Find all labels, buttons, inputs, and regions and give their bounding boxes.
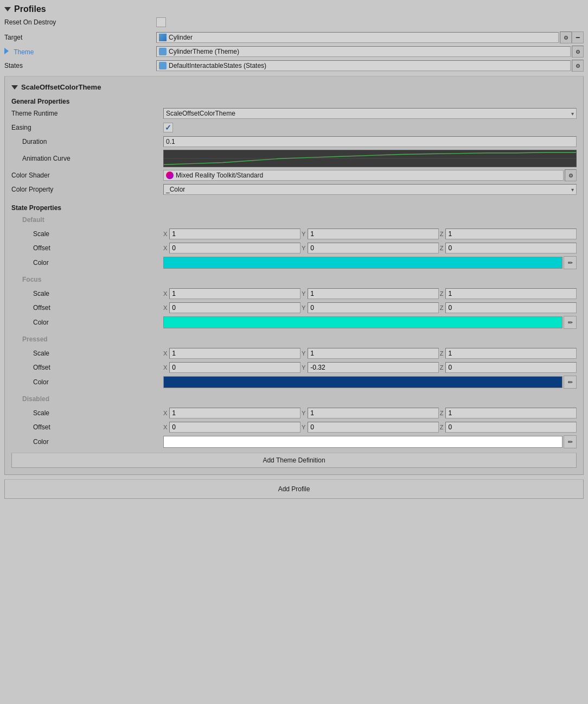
theme-text[interactable]: Theme bbox=[14, 48, 34, 56]
theme-field[interactable]: CylinderTheme (Theme) bbox=[156, 46, 571, 57]
default-offset-y-input[interactable] bbox=[308, 243, 439, 253]
profiles-header: Profiles bbox=[4, 4, 584, 14]
focus-offset-y-input[interactable] bbox=[308, 302, 439, 313]
default-color-row: Color ✏ bbox=[11, 256, 577, 269]
color-shader-value: Mixed Reality Toolkit/Standard bbox=[176, 172, 263, 179]
theme-runtime-row: Theme Runtime ScaleOffsetColorTheme ▾ bbox=[11, 107, 577, 119]
focus-offset-x-label: X bbox=[163, 305, 167, 311]
states-gear-button[interactable]: ⚙ bbox=[572, 60, 584, 72]
disabled-scale-y-input[interactable] bbox=[308, 408, 439, 418]
add-theme-definition-button[interactable]: Add Theme Definition bbox=[11, 453, 577, 468]
pressed-scale-y-label: Y bbox=[302, 350, 305, 357]
target-row: Target Cylinder ⚙ − bbox=[4, 31, 584, 43]
pressed-color-swatch[interactable] bbox=[163, 376, 563, 388]
pressed-offset-y-label: Y bbox=[302, 364, 305, 371]
target-minus-button[interactable]: − bbox=[572, 31, 584, 43]
color-shader-gear-icon: ⚙ bbox=[568, 173, 573, 179]
focus-scale-y-input[interactable] bbox=[308, 288, 439, 299]
pressed-scale-label: Scale bbox=[11, 350, 163, 357]
pressed-scale-z-label: Z bbox=[440, 350, 444, 357]
pressed-color-row: Color ✏ bbox=[11, 376, 577, 389]
default-scale-z-input[interactable] bbox=[445, 229, 577, 239]
default-offset-z-input[interactable] bbox=[445, 243, 577, 253]
disabled-offset-xyz: X Y Z bbox=[163, 422, 577, 433]
disabled-scale-x-input[interactable] bbox=[169, 408, 301, 418]
inner-panel: ScaleOffsetColorTheme General Properties… bbox=[4, 76, 584, 475]
shader-icon bbox=[166, 172, 174, 179]
duration-input[interactable] bbox=[163, 136, 577, 147]
pressed-scale-x-input[interactable] bbox=[169, 348, 301, 359]
disabled-scale-x-label: X bbox=[163, 410, 167, 416]
default-eyedropper-button[interactable]: ✏ bbox=[564, 256, 577, 269]
state-pressed-header: Pressed bbox=[11, 333, 577, 345]
pressed-scale-z-input[interactable] bbox=[445, 348, 577, 359]
reset-on-destroy-checkbox[interactable] bbox=[156, 17, 166, 27]
state-focus-header: Focus bbox=[11, 274, 577, 286]
state-properties-title: State Properties bbox=[11, 204, 577, 212]
easing-row: Easing ✓ bbox=[11, 122, 577, 134]
target-value: Cylinder bbox=[169, 34, 193, 41]
pressed-eyedropper-icon: ✏ bbox=[568, 379, 573, 386]
focus-offset-xyz: X Y Z bbox=[163, 302, 577, 313]
focus-color-swatch[interactable] bbox=[163, 316, 563, 328]
focus-scale-z-input[interactable] bbox=[445, 288, 577, 299]
theme-runtime-dropdown[interactable]: ScaleOffsetColorTheme ▾ bbox=[163, 108, 577, 119]
easing-checkbox[interactable]: ✓ bbox=[163, 123, 173, 132]
target-gear-button[interactable]: ⚙ bbox=[560, 31, 572, 43]
state-default-header: Default bbox=[11, 214, 577, 226]
theme-row: Theme CylinderTheme (Theme) ⚙ bbox=[4, 46, 584, 58]
profiles-title: Profiles bbox=[14, 4, 46, 14]
states-value: DefaultInteractableStates (States) bbox=[169, 62, 266, 69]
default-scale-y-input[interactable] bbox=[308, 229, 439, 239]
disabled-color-swatch[interactable] bbox=[163, 436, 563, 448]
default-color-swatch[interactable] bbox=[163, 257, 563, 269]
inner-panel-header: ScaleOffsetColorTheme bbox=[11, 83, 577, 91]
state-focus-label: Focus bbox=[11, 276, 163, 283]
default-offset-label: Offset bbox=[11, 244, 163, 252]
animation-curve-display[interactable] bbox=[163, 150, 577, 167]
default-offset-x-input[interactable] bbox=[169, 243, 301, 253]
focus-scale-x-input[interactable] bbox=[169, 288, 301, 299]
inner-panel-collapse-icon[interactable] bbox=[11, 85, 18, 90]
focus-scale-label: Scale bbox=[11, 290, 163, 297]
minus-icon: − bbox=[576, 33, 580, 42]
pressed-eyedropper-button[interactable]: ✏ bbox=[564, 376, 577, 389]
disabled-eyedropper-button[interactable]: ✏ bbox=[564, 435, 577, 448]
state-disabled-header: Disabled bbox=[11, 393, 577, 405]
animation-curve-label: Animation Curve bbox=[11, 155, 163, 162]
disabled-offset-y-input[interactable] bbox=[308, 422, 439, 433]
target-field[interactable]: Cylinder bbox=[156, 32, 559, 43]
color-shader-gear-button[interactable]: ⚙ bbox=[565, 169, 577, 181]
animation-curve-row: Animation Curve bbox=[11, 150, 577, 167]
profiles-collapse-icon[interactable] bbox=[4, 7, 11, 11]
state-focus: Focus Scale X Y Z Offset X Y bbox=[11, 274, 577, 329]
pressed-offset-y-input[interactable] bbox=[308, 362, 439, 373]
focus-offset-z-input[interactable] bbox=[445, 302, 577, 313]
disabled-scale-y-label: Y bbox=[302, 410, 305, 416]
add-profile-label: Add Profile bbox=[278, 485, 310, 493]
reset-on-destroy-label: Reset On Destroy bbox=[4, 18, 156, 26]
focus-eyedropper-icon: ✏ bbox=[568, 319, 573, 326]
disabled-offset-z-input[interactable] bbox=[445, 422, 577, 433]
pressed-offset-xyz: X Y Z bbox=[163, 362, 577, 373]
default-scale-label: Scale bbox=[11, 230, 163, 238]
focus-offset-x-input[interactable] bbox=[169, 302, 301, 313]
disabled-scale-z-input[interactable] bbox=[445, 408, 577, 418]
focus-scale-y-label: Y bbox=[302, 290, 305, 297]
states-field[interactable]: DefaultInteractableStates (States) bbox=[156, 60, 571, 71]
disabled-offset-x-input[interactable] bbox=[169, 422, 301, 433]
focus-eyedropper-button[interactable]: ✏ bbox=[564, 316, 577, 329]
pressed-scale-xyz: X Y Z bbox=[163, 348, 577, 359]
theme-gear-button[interactable]: ⚙ bbox=[572, 46, 584, 58]
disabled-color-label: Color bbox=[11, 438, 163, 446]
focus-scale-x-label: X bbox=[163, 290, 167, 297]
general-properties-title: General Properties bbox=[11, 98, 577, 105]
theme-expand-icon[interactable] bbox=[4, 48, 9, 54]
color-property-dropdown[interactable]: _Color ▾ bbox=[163, 184, 577, 195]
pressed-scale-y-input[interactable] bbox=[308, 348, 439, 359]
color-shader-field[interactable]: Mixed Reality Toolkit/Standard bbox=[163, 170, 564, 181]
pressed-offset-x-input[interactable] bbox=[169, 362, 301, 373]
pressed-offset-z-input[interactable] bbox=[445, 362, 577, 373]
default-scale-x-input[interactable] bbox=[169, 229, 301, 239]
add-profile-button[interactable]: Add Profile bbox=[4, 479, 584, 499]
